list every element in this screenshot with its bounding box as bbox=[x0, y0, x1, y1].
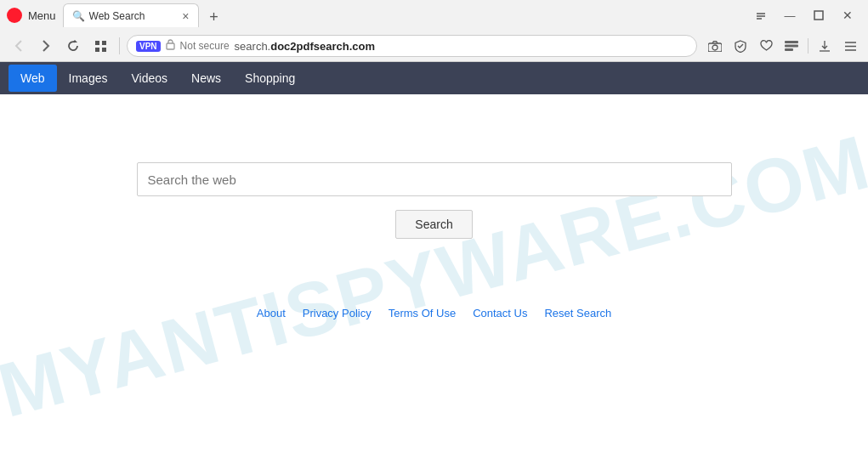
close-button[interactable]: ✕ bbox=[834, 2, 861, 29]
nav-videos[interactable]: Videos bbox=[119, 65, 179, 92]
address-bar-row: VPN Not secure search.doc2pdfsearch.com bbox=[0, 31, 868, 61]
nav-web[interactable]: Web bbox=[9, 65, 57, 92]
heart-icon[interactable] bbox=[755, 35, 777, 57]
extensions-icon[interactable] bbox=[780, 35, 803, 57]
toolbar-icons bbox=[704, 35, 861, 57]
svg-rect-8 bbox=[102, 48, 106, 52]
toolbar-separator bbox=[808, 38, 808, 54]
footer-about[interactable]: About bbox=[257, 307, 286, 319]
download-icon[interactable] bbox=[814, 35, 836, 57]
active-tab[interactable]: 🔍 Web Search × bbox=[63, 3, 199, 27]
nav-news[interactable]: News bbox=[179, 65, 233, 92]
url-display: search.doc2pdfsearch.com bbox=[235, 40, 375, 53]
forward-button[interactable] bbox=[34, 34, 58, 58]
tab-title: Web Search bbox=[89, 10, 178, 22]
svg-point-11 bbox=[712, 45, 718, 50]
tabs-bar: 🔍 Web Search × + bbox=[63, 3, 747, 27]
new-tab-button[interactable]: + bbox=[202, 7, 226, 27]
main-content: MYANTISPYWARE.COM Search About Privacy P… bbox=[0, 94, 868, 458]
footer-contact-us[interactable]: Contact Us bbox=[473, 307, 527, 319]
search-input[interactable] bbox=[137, 162, 732, 196]
separator bbox=[119, 37, 120, 54]
svg-rect-9 bbox=[167, 43, 174, 49]
footer-reset-search[interactable]: Reset Search bbox=[544, 307, 611, 319]
minimize-button[interactable] bbox=[747, 2, 774, 29]
search-container: Search bbox=[0, 162, 868, 239]
security-icon bbox=[166, 39, 175, 53]
url-domain: doc2pdfsearch.com bbox=[270, 40, 375, 53]
svg-rect-6 bbox=[102, 41, 106, 45]
search-button[interactable]: Search bbox=[395, 210, 472, 239]
title-bar: Menu 🔍 Web Search × + — bbox=[0, 0, 868, 31]
search-navbar: Web Images Videos News Shopping bbox=[0, 62, 868, 94]
settings-menu-icon[interactable] bbox=[839, 35, 861, 57]
browser-menu[interactable]: Menu bbox=[7, 8, 56, 23]
svg-rect-14 bbox=[785, 48, 793, 51]
tab-favicon: 🔍 bbox=[72, 10, 84, 22]
restore-button[interactable]: — bbox=[776, 2, 803, 29]
back-button[interactable] bbox=[7, 34, 31, 58]
maximize-button[interactable] bbox=[805, 2, 832, 29]
tab-close-button[interactable]: × bbox=[182, 10, 189, 22]
footer-terms-of-use[interactable]: Terms Of Use bbox=[389, 307, 456, 319]
svg-rect-5 bbox=[95, 41, 99, 45]
nav-images[interactable]: Images bbox=[57, 65, 120, 92]
svg-rect-12 bbox=[785, 41, 798, 43]
shield-icon[interactable] bbox=[729, 35, 752, 57]
grid-view-button[interactable] bbox=[88, 34, 112, 58]
watermark: MYANTISPYWARE.COM bbox=[0, 94, 868, 458]
svg-rect-7 bbox=[95, 48, 99, 52]
nav-shopping[interactable]: Shopping bbox=[233, 65, 307, 92]
opera-icon bbox=[7, 8, 22, 23]
menu-label: Menu bbox=[28, 9, 56, 22]
svg-rect-13 bbox=[785, 45, 798, 48]
address-bar[interactable]: VPN Not secure search.doc2pdfsearch.com bbox=[127, 35, 697, 57]
vpn-badge: VPN bbox=[136, 41, 161, 52]
svg-rect-3 bbox=[814, 11, 823, 20]
refresh-button[interactable] bbox=[61, 34, 85, 58]
not-secure-label: Not secure bbox=[180, 40, 230, 52]
url-prefix: search. bbox=[235, 40, 271, 53]
window-controls: — ✕ bbox=[747, 2, 861, 29]
camera-icon[interactable] bbox=[704, 35, 726, 57]
footer-privacy-policy[interactable]: Privacy Policy bbox=[303, 307, 372, 319]
footer-links: About Privacy Policy Terms Of Use Contac… bbox=[257, 307, 611, 319]
